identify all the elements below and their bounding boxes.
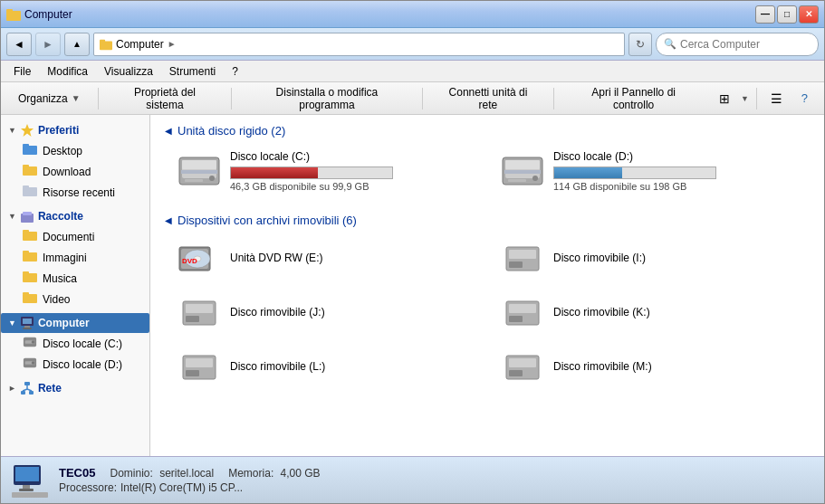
svg-rect-9 [23, 187, 37, 196]
drive-i-item[interactable]: Disco rimovibile (I:) [497, 236, 810, 280]
address-arrow: ► [168, 39, 177, 49]
close-button[interactable]: ✕ [799, 5, 819, 24]
organizza-button[interactable]: Organizza ▼ [8, 86, 91, 111]
documenti-label: Documenti [43, 231, 94, 243]
status-computer-icon [12, 462, 48, 499]
desktop-label: Desktop [43, 145, 82, 157]
sidebar-item-documenti[interactable]: Documenti [1, 226, 149, 247]
drive-l-item[interactable]: Disco rimovibile (L:) [174, 345, 486, 388]
menu-help[interactable]: ? [225, 63, 245, 80]
menu-modifica[interactable]: Modifica [40, 63, 95, 80]
sidebar-item-download[interactable]: Download [1, 161, 149, 182]
menu-visualizza[interactable]: Visualizza [97, 63, 160, 80]
drive-e-item[interactable]: DVD Unità DVD RW (E:) [174, 236, 486, 280]
details-view-button[interactable]: ☰ [764, 86, 789, 111]
sidebar-header-rete[interactable]: ► Rete [1, 378, 149, 398]
organizza-arrow: ▼ [72, 93, 81, 103]
svg-text:DVD: DVD [182, 257, 197, 265]
folder-documenti-icon [23, 229, 37, 244]
title-bar-controls: — □ ✕ [755, 5, 819, 24]
svg-rect-13 [23, 232, 37, 241]
svg-rect-58 [186, 304, 213, 313]
address-text: Computer [116, 38, 164, 51]
svg-rect-48 [504, 170, 541, 174]
drive-j-item[interactable]: Disco rimovibile (J:) [174, 290, 486, 334]
sidebar-item-disco-c[interactable]: Disco locale (C:) [1, 333, 149, 354]
svg-rect-72 [19, 489, 34, 491]
svg-rect-3 [100, 39, 105, 43]
svg-point-40 [209, 176, 215, 181]
title-bar: Computer — □ ✕ [1, 1, 824, 28]
menu-file[interactable]: File [6, 63, 38, 80]
sidebar-header-computer[interactable]: ▼ Computer [1, 313, 149, 333]
forward-button[interactable]: ► [35, 33, 61, 56]
title-text: Computer [24, 8, 72, 21]
title-bar-left: Computer [6, 7, 755, 22]
sidebar-item-risorse-recenti[interactable]: Risorse recenti [1, 182, 149, 203]
address-path[interactable]: Computer ► [93, 33, 625, 56]
svg-rect-19 [23, 294, 37, 303]
maximize-button[interactable]: □ [777, 5, 797, 24]
svg-rect-17 [23, 273, 37, 282]
drive-k-item[interactable]: Disco rimovibile (K:) [497, 290, 810, 334]
drive-k-name: Disco rimovibile (K:) [553, 306, 650, 319]
raccolte-icon [20, 209, 34, 223]
drive-c-info: Disco locale (C:) 46,3 GB disponibile su… [230, 150, 483, 192]
toolbar-separator-2 [231, 88, 232, 109]
removable-title: Dispositivi con archivi rimovibili (6) [165, 214, 810, 227]
drive-d-size: 114 GB disponibile su 198 GB [553, 181, 806, 192]
sidebar-item-immagini[interactable]: Immagini [1, 247, 149, 268]
disco-c-label: Disco locale (C:) [43, 338, 122, 350]
video-label: Video [43, 293, 70, 306]
search-input[interactable] [680, 38, 816, 51]
toolbar-separator-4 [553, 88, 554, 109]
folder-musica-icon [23, 271, 37, 286]
rete-label: Rete [38, 382, 62, 395]
sidebar-header-preferiti[interactable]: ▼ Preferiti [1, 120, 149, 140]
svg-rect-15 [23, 252, 37, 262]
status-computer-name: TEC05 [59, 466, 95, 480]
sidebar-item-musica[interactable]: Musica [1, 268, 149, 289]
sidebar-item-video[interactable]: Video [1, 289, 149, 309]
download-label: Download [43, 166, 91, 178]
svg-rect-16 [23, 251, 29, 253]
svg-rect-62 [509, 316, 523, 322]
up-button[interactable]: ▲ [64, 33, 90, 56]
proprieta-button[interactable]: Proprietà del sistema [106, 86, 225, 111]
sidebar-header-raccolte[interactable]: ▼ Raccolte [1, 206, 149, 226]
svg-point-30 [32, 361, 35, 365]
svg-marker-4 [21, 124, 34, 137]
svg-rect-20 [23, 292, 29, 295]
dvd-e-icon: DVD [177, 240, 221, 276]
help-button[interactable]: ? [792, 86, 817, 111]
refresh-button[interactable]: ↻ [628, 33, 652, 56]
sidebar-section-rete: ► Rete [1, 378, 149, 398]
drives-grid: Disco locale (C:) 46,3 GB disponibile su… [165, 147, 810, 195]
drive-d-item[interactable]: Disco locale (D:) 114 GB disponibile su … [497, 147, 810, 195]
sidebar-item-desktop[interactable]: Desktop [1, 140, 149, 161]
recent-icon [23, 185, 37, 200]
drive-c-icon [177, 153, 221, 189]
sidebar-section-raccolte: ▼ Raccolte Documenti [1, 206, 149, 309]
disinstalla-button[interactable]: Disinstalla o modifica programma [239, 86, 414, 111]
apri-button[interactable]: Apri il Pannello di controllo [561, 86, 705, 111]
search-box[interactable]: 🔍 [656, 33, 819, 56]
sidebar-item-disco-d[interactable]: Disco locale (D:) [1, 354, 149, 375]
drive-c-item[interactable]: Disco locale (C:) 46,3 GB disponibile su… [174, 147, 486, 195]
folder-download-icon [23, 164, 37, 179]
drive-d-name: Disco locale (D:) [553, 150, 806, 163]
menu-strumenti[interactable]: Strumenti [162, 63, 223, 80]
musica-label: Musica [43, 272, 77, 285]
domain-value: seritel.local [159, 467, 214, 480]
network-icon [20, 381, 34, 395]
view-button[interactable]: ⊞ [713, 86, 737, 111]
svg-point-46 [532, 176, 538, 181]
drive-m-item[interactable]: Disco rimovibile (M:) [497, 345, 810, 388]
svg-rect-61 [509, 304, 536, 313]
minimize-button[interactable]: — [755, 5, 775, 24]
chevron-preferiti: ▼ [8, 126, 16, 135]
memory-label: Memoria: [228, 467, 273, 480]
connetti-button[interactable]: Connetti unità di rete [430, 86, 547, 111]
organizza-label: Organizza [18, 92, 68, 105]
back-button[interactable]: ◄ [6, 33, 32, 56]
